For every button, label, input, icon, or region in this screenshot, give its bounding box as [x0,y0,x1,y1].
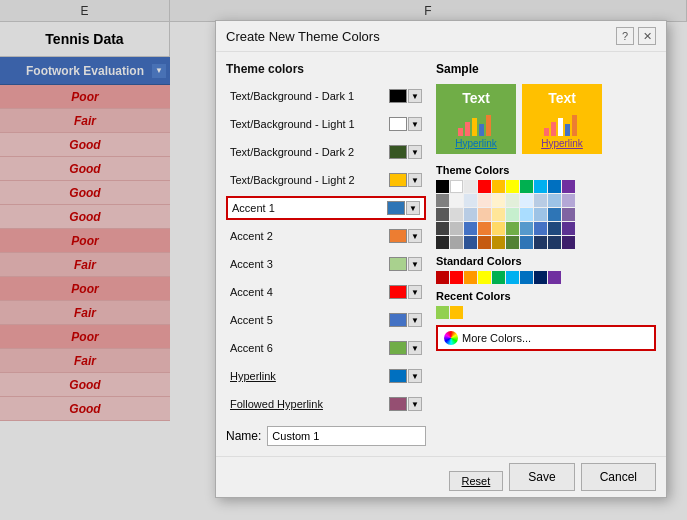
tc-5-3[interactable] [464,236,477,249]
tc-5-2[interactable] [450,236,463,249]
picker-arrow-accent2[interactable]: ▼ [408,229,422,243]
recent-colors-grid-section: Recent Colors [436,290,656,319]
tc-white[interactable] [450,180,463,193]
close-button[interactable]: ✕ [638,27,656,45]
tc-2-4[interactable] [478,194,491,207]
tc-2-10[interactable] [562,194,575,207]
picker-arrow-accent1[interactable]: ▼ [406,201,420,215]
color-btn-accent5[interactable]: ▼ [389,313,422,327]
sample-text-yellow: Text [548,90,576,106]
tc-2-5[interactable] [492,194,505,207]
tc-5-8[interactable] [534,236,547,249]
color-btn-accent2[interactable]: ▼ [389,229,422,243]
tc-3-6[interactable] [506,208,519,221]
help-button[interactable]: ? [616,27,634,45]
color-btn-dark2[interactable]: ▼ [389,145,422,159]
theme-label-dark2: Text/Background - Dark 2 [230,146,354,158]
picker-arrow-accent5[interactable]: ▼ [408,313,422,327]
sample-title: Sample [436,62,656,76]
color-btn-followed-hyperlink[interactable]: ▼ [389,397,422,411]
picker-arrow-accent4[interactable]: ▼ [408,285,422,299]
tc-3-8[interactable] [534,208,547,221]
sc-3[interactable] [464,271,477,284]
tc-5-5[interactable] [492,236,505,249]
sc-7[interactable] [520,271,533,284]
tc-3-1[interactable] [436,208,449,221]
tc-2-7[interactable] [520,194,533,207]
save-button[interactable]: Save [509,463,574,491]
tc-green[interactable] [520,180,533,193]
tc-black[interactable] [436,180,449,193]
tc-3-7[interactable] [520,208,533,221]
tc-red[interactable] [478,180,491,193]
tc-5-10[interactable] [562,236,575,249]
tc-2-6[interactable] [506,194,519,207]
color-btn-hyperlink[interactable]: ▼ [389,369,422,383]
sc-5[interactable] [492,271,505,284]
tc-3-10[interactable] [562,208,575,221]
name-input[interactable] [267,426,426,446]
tc-4-5[interactable] [492,222,505,235]
tc-4-9[interactable] [548,222,561,235]
tc-2-8[interactable] [534,194,547,207]
sc-1[interactable] [436,271,449,284]
tc-4-1[interactable] [436,222,449,235]
tc-4-3[interactable] [464,222,477,235]
color-btn-dark1[interactable]: ▼ [389,89,422,103]
tc-3-3[interactable] [464,208,477,221]
color-btn-accent4[interactable]: ▼ [389,285,422,299]
picker-arrow-hyperlink[interactable]: ▼ [408,369,422,383]
svg-rect-0 [458,128,463,136]
sc-6[interactable] [506,271,519,284]
tc-4-2[interactable] [450,222,463,235]
tc-5-4[interactable] [478,236,491,249]
theme-label-accent6: Accent 6 [230,342,273,354]
color-btn-accent6[interactable]: ▼ [389,341,422,355]
tc-4-8[interactable] [534,222,547,235]
tc-5-7[interactable] [520,236,533,249]
picker-arrow-light1[interactable]: ▼ [408,117,422,131]
picker-arrow-dark2[interactable]: ▼ [408,145,422,159]
sc-2[interactable] [450,271,463,284]
picker-arrow-accent3[interactable]: ▼ [408,257,422,271]
tc-4-4[interactable] [478,222,491,235]
tc-4-10[interactable] [562,222,575,235]
tc-2-2[interactable] [450,194,463,207]
tc-4-6[interactable] [506,222,519,235]
rc-2[interactable] [450,306,463,319]
picker-arrow-dark1[interactable]: ▼ [408,89,422,103]
tc-5-9[interactable] [548,236,561,249]
sample-box-yellow: Text Hyperlink [522,84,602,154]
picker-arrow-followed-hyperlink[interactable]: ▼ [408,397,422,411]
color-btn-light2[interactable]: ▼ [389,173,422,187]
rc-1[interactable] [436,306,449,319]
tc-3-2[interactable] [450,208,463,221]
tc-brightyellow[interactable] [506,180,519,193]
tc-4-7[interactable] [520,222,533,235]
tc-purple[interactable] [562,180,575,193]
tc-3-9[interactable] [548,208,561,221]
color-btn-accent3[interactable]: ▼ [389,257,422,271]
color-btn-accent1[interactable]: ▼ [387,201,420,215]
reset-button[interactable]: Reset [449,471,504,491]
tc-gray1[interactable] [464,180,477,193]
tc-5-1[interactable] [436,236,449,249]
tc-2-1[interactable] [436,194,449,207]
cancel-button[interactable]: Cancel [581,463,656,491]
sc-9[interactable] [548,271,561,284]
tc-lightblue[interactable] [534,180,547,193]
theme-label-accent1: Accent 1 [232,202,275,214]
tc-2-9[interactable] [548,194,561,207]
color-btn-light1[interactable]: ▼ [389,117,422,131]
tc-5-6[interactable] [506,236,519,249]
tc-blue[interactable] [548,180,561,193]
tc-yellow[interactable] [492,180,505,193]
picker-arrow-light2[interactable]: ▼ [408,173,422,187]
picker-arrow-accent6[interactable]: ▼ [408,341,422,355]
tc-2-3[interactable] [464,194,477,207]
sc-4[interactable] [478,271,491,284]
sc-8[interactable] [534,271,547,284]
tc-3-5[interactable] [492,208,505,221]
tc-3-4[interactable] [478,208,491,221]
more-colors-button[interactable]: More Colors... [436,325,656,351]
